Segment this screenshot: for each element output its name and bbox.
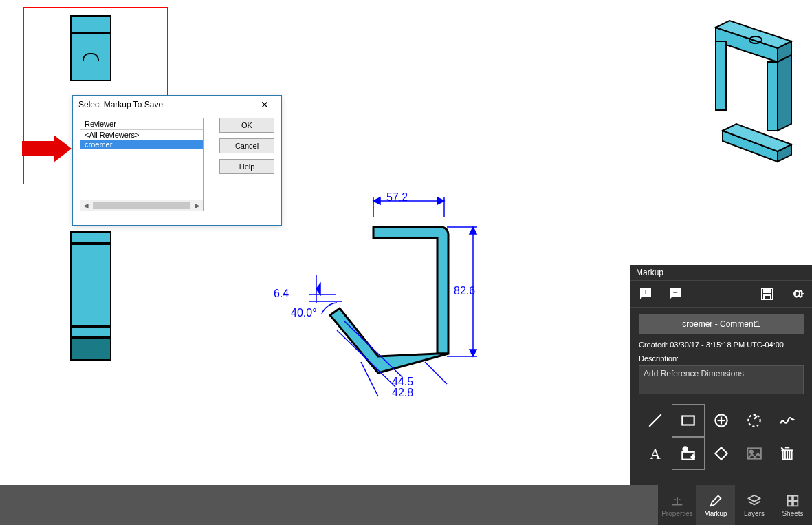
svg-rect-54	[788, 501, 792, 505]
svg-line-15	[344, 321, 402, 377]
tab-properties[interactable]: Properties	[658, 485, 696, 525]
svg-rect-31	[764, 288, 771, 292]
annotation-arrow-reviewer	[22, 135, 72, 162]
svg-point-41	[683, 447, 688, 451]
save-markup-icon[interactable]	[759, 286, 776, 302]
tab-markup[interactable]: Markup	[696, 485, 735, 525]
tool-rectangle[interactable]	[672, 404, 705, 437]
markup-panel: Markup + − croemer - Comment1 Created: 0…	[630, 265, 812, 485]
cancel-button[interactable]: Cancel	[219, 138, 274, 153]
svg-rect-32	[764, 295, 771, 299]
svg-rect-52	[788, 495, 792, 500]
svg-point-38	[748, 414, 760, 426]
description-label: Description:	[630, 352, 812, 364]
svg-marker-11	[316, 283, 320, 294]
tool-image[interactable]	[738, 437, 771, 470]
description-textarea[interactable]: Add Reference Dimensions	[639, 365, 804, 394]
markup-tool-grid: A +	[630, 401, 812, 473]
dim-top-width: 57.2	[386, 191, 408, 204]
tool-stamp[interactable]: +	[672, 437, 705, 470]
help-button[interactable]: Help	[219, 159, 274, 174]
svg-rect-55	[793, 501, 798, 505]
remove-comment-icon[interactable]: −	[667, 286, 683, 302]
tab-properties-label: Properties	[661, 510, 693, 517]
tab-markup-label: Markup	[704, 510, 727, 517]
reviewer-column-header: Reviewer	[80, 118, 203, 130]
svg-text:A: A	[650, 446, 661, 462]
dim-angle: 40.0°	[291, 307, 317, 319]
dialog-close-button[interactable]: ✕	[254, 99, 276, 110]
svg-marker-27	[716, 41, 726, 110]
svg-marker-7	[470, 350, 476, 356]
markup-panel-title: Markup	[630, 265, 812, 280]
tool-circle-arrow[interactable]	[738, 404, 771, 437]
tool-text[interactable]: A	[639, 437, 672, 470]
reviewer-row-croemer[interactable]: croemer	[80, 140, 203, 149]
settings-icon[interactable]	[789, 286, 805, 302]
svg-marker-6	[470, 227, 476, 234]
dim-diag2: 42.8	[392, 387, 413, 399]
reviewer-row-all[interactable]: <All Reviewers>	[80, 130, 203, 140]
comment-created-label: Created: 03/30/17 - 3:15:18 PM UTC-04:00	[630, 338, 812, 352]
tab-sheets-label: Sheets	[782, 510, 803, 517]
tool-trash[interactable]	[771, 437, 804, 470]
listbox-scrollbar[interactable]: ◄►	[80, 200, 203, 211]
drawing-view-isometric	[695, 14, 798, 165]
comment-item-button[interactable]: croemer - Comment1	[639, 314, 804, 334]
bottom-tabs: Properties Markup Layers Sheets	[658, 485, 812, 525]
add-comment-icon[interactable]: +	[637, 286, 654, 302]
drawing-view-bottom	[70, 231, 111, 361]
svg-text:+: +	[643, 288, 648, 297]
svg-marker-23	[767, 62, 778, 131]
svg-marker-22	[778, 55, 791, 131]
reviewer-listbox[interactable]: Reviewer <All Reviewers> croemer ◄►	[80, 118, 204, 211]
dim-right-height: 82.6	[454, 285, 475, 297]
tool-circle-plus[interactable]	[705, 404, 738, 437]
tab-sheets[interactable]: Sheets	[773, 485, 812, 525]
drawing-view-section: 57.2 82.6 6.4 40.0° 44.5 42.8	[296, 193, 488, 399]
svg-rect-34	[682, 416, 694, 425]
dim-left-small: 6.4	[274, 288, 289, 300]
tool-freehand[interactable]	[771, 404, 804, 437]
tool-line[interactable]	[639, 404, 672, 437]
ok-button[interactable]: OK	[219, 118, 274, 133]
svg-point-44	[750, 451, 753, 453]
svg-marker-1	[373, 197, 380, 204]
tool-erase[interactable]	[705, 437, 738, 470]
svg-text:+: +	[691, 453, 694, 460]
select-markup-dialog: Select Markup To Save ✕ Reviewer <All Re…	[72, 95, 282, 226]
dialog-title: Select Markup To Save	[78, 100, 163, 109]
tab-layers-label: Layers	[744, 510, 765, 517]
svg-text:−: −	[672, 288, 677, 297]
svg-marker-2	[437, 197, 444, 204]
svg-line-17	[425, 362, 447, 384]
svg-line-33	[649, 414, 661, 426]
svg-rect-53	[793, 495, 798, 500]
drawing-view-top	[70, 15, 111, 81]
tab-layers[interactable]: Layers	[735, 485, 773, 525]
